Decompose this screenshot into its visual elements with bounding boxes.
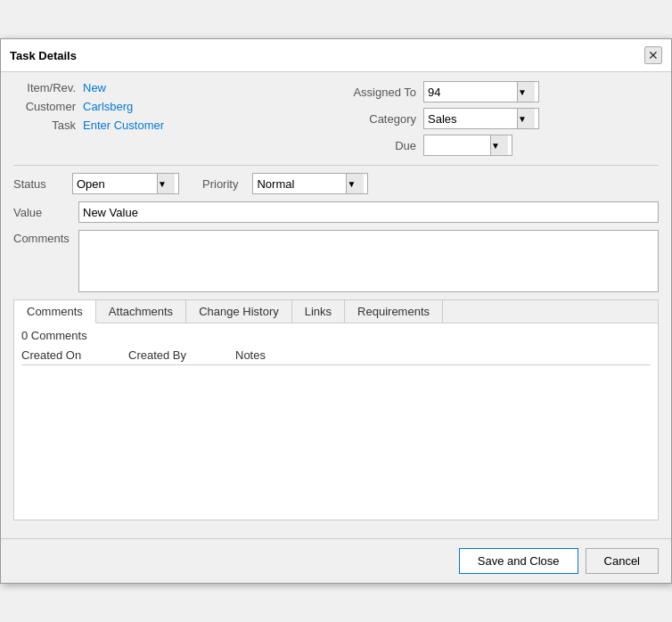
tabs-bar: Comments Attachments Change History Link… [14,300,658,323]
category-label: Category [345,112,416,126]
chevron-down-icon: ▼ [518,87,535,97]
task-row: Task Enter Customer [13,119,327,132]
value-input[interactable] [78,201,659,223]
task-value[interactable]: Enter Customer [83,119,164,132]
title-bar: Task Details ✕ [1,39,671,72]
priority-dropdown[interactable]: Normal ▼ [252,173,368,194]
tab-attachments[interactable]: Attachments [96,300,186,323]
chevron-down-icon: ▼ [158,179,175,189]
tab-comments[interactable]: Comments [14,300,96,323]
status-dropdown[interactable]: Open ▼ [72,173,179,194]
assigned-to-value: 94 [428,86,517,99]
tab-links[interactable]: Links [292,300,345,323]
status-value: Open [77,177,157,191]
status-row: Status Open ▼ Priority Normal ▼ [13,173,659,194]
table-header: Created On Created By Notes [21,346,651,365]
due-label: Due [345,139,416,152]
dialog-title: Task Details [10,49,77,62]
category-value: Sales [428,112,517,126]
col-created-by: Created By [128,348,235,362]
item-label: Item/Rev. [13,81,76,94]
right-info: Assigned To 94 ▼ Category Sales ▼ [345,81,659,156]
customer-row: Customer Carlsberg [13,100,327,113]
chevron-down-icon: ▼ [347,179,364,189]
dialog-content: Item/Rev. New Customer Carlsberg Task En… [1,72,671,538]
category-row: Category Sales ▼ [345,108,659,129]
priority-label: Priority [202,177,238,191]
category-dropdown-btn[interactable]: ▼ [517,109,535,128]
comments-label: Comments [13,230,71,292]
left-info: Item/Rev. New Customer Carlsberg Task En… [13,81,327,156]
priority-dropdown-btn[interactable]: ▼ [346,174,364,193]
due-dropdown-btn[interactable]: ▼ [490,135,508,155]
assigned-to-dropdown[interactable]: 94 ▼ [423,81,539,102]
separator-1 [13,165,659,166]
chevron-down-icon: ▼ [518,114,535,124]
value-label: Value [13,206,71,219]
task-details-dialog: Task Details ✕ Item/Rev. New Customer Ca… [0,38,672,584]
customer-value[interactable]: Carlsberg [83,100,133,113]
assigned-to-row: Assigned To 94 ▼ [345,81,659,102]
category-dropdown[interactable]: Sales ▼ [423,108,539,129]
footer: Save and Close Cancel [1,538,671,583]
item-row: Item/Rev. New [13,81,327,94]
item-value[interactable]: New [83,81,106,94]
comments-count: 0 Comments [21,329,651,342]
tab-change-history[interactable]: Change History [186,300,292,323]
tab-content-comments: 0 Comments Created On Created By Notes [14,323,658,520]
col-created-on: Created On [21,348,128,362]
close-button[interactable]: ✕ [644,46,662,64]
task-label: Task [13,119,76,132]
comments-textarea[interactable] [78,230,659,292]
value-row: Value [13,201,659,223]
assigned-to-dropdown-btn[interactable]: ▼ [517,82,535,102]
comments-row: Comments [13,230,659,292]
status-label: Status [13,177,58,191]
due-dropdown[interactable]: ▼ [423,135,512,156]
tab-requirements[interactable]: Requirements [345,300,443,323]
tabs-container: Comments Attachments Change History Link… [13,299,659,520]
chevron-down-icon: ▼ [491,141,508,151]
due-row: Due ▼ [345,135,659,156]
save-and-close-button[interactable]: Save and Close [459,548,578,574]
cancel-button[interactable]: Cancel [586,548,659,574]
top-section: Item/Rev. New Customer Carlsberg Task En… [13,81,659,156]
assigned-to-label: Assigned To [345,86,416,99]
col-notes: Notes [235,348,651,362]
status-dropdown-btn[interactable]: ▼ [157,174,175,193]
priority-value: Normal [257,177,346,191]
customer-label: Customer [13,100,76,113]
